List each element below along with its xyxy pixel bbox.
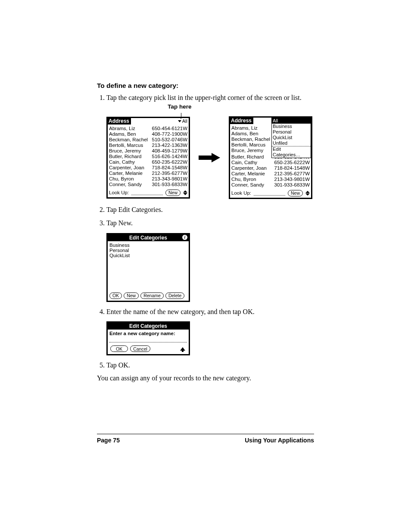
address-list-lower: Butler, Richard516-626-1424W Cain, Cathy… — [230, 153, 311, 189]
new-button[interactable]: New — [165, 190, 181, 196]
chevron-down-icon — [178, 120, 181, 122]
list-item[interactable]: Cain, Cathy650-235-6222W — [109, 159, 187, 165]
steps-list-cont: Tap Edit Categories. Tap New. — [97, 205, 314, 228]
category-name-input[interactable] — [109, 337, 187, 342]
address-list: Abrams, Liz Adams, Ben Beckman, Rachel B… — [230, 124, 274, 154]
new-category-dialog: Edit Categories Enter a new category nam… — [106, 321, 190, 355]
picklist-label: All — [182, 118, 187, 124]
list-item[interactable]: Abrams, Liz650-454-6121W — [109, 126, 187, 131]
list-item[interactable]: Carter, Melanie212-395-6277W — [231, 171, 310, 177]
dropdown-item[interactable]: QuickList — [272, 135, 311, 140]
list-item[interactable]: Chu, Byron213-343-9801W — [109, 176, 187, 182]
list-item[interactable]: Carpenter, Joan718-824-1548W — [109, 165, 187, 171]
list-item[interactable]: Bruce, Jeremy408-459-1279W — [109, 148, 187, 154]
dropdown-item[interactable]: Unfiled — [272, 140, 311, 146]
list-item[interactable]: Carter, Melanie212-395-6277W — [109, 171, 187, 176]
step-4: Enter the name of the new category, and … — [106, 307, 314, 317]
scroll-arrows[interactable] — [305, 191, 310, 196]
rename-button[interactable]: Rename — [140, 292, 164, 299]
shift-indicator-icon — [180, 347, 185, 351]
figure-address-screens: Tap here Address All Abrams, Liz650-454-… — [106, 116, 314, 199]
scroll-up-icon — [183, 190, 187, 193]
prompt-label: Enter a new category name: — [108, 330, 189, 337]
dropdown-item[interactable]: Business — [272, 124, 311, 129]
ok-button[interactable]: OK — [109, 292, 122, 299]
steps-list: Tap the category pick list in the upper-… — [97, 93, 314, 103]
ok-button[interactable]: OK — [110, 345, 128, 352]
category-list: Business Personal QuickList — [108, 241, 189, 291]
edit-categories-dialog: Edit Categories i Business Personal Quic… — [106, 233, 190, 302]
scroll-down-icon — [183, 193, 187, 195]
step-5: Tap OK. — [106, 361, 314, 370]
list-item[interactable]: Conner, Sandy301-933-6833W — [231, 182, 310, 188]
step-1: Tap the category pick list in the upper-… — [106, 93, 314, 103]
dialog-title: Edit Categories — [108, 323, 189, 330]
dropdown-item[interactable]: Personal — [272, 129, 311, 135]
lookup-input[interactable] — [254, 191, 285, 196]
list-item[interactable]: Carpenter, Joan718-824-1548W — [231, 165, 310, 171]
arrow-right-icon — [199, 153, 220, 162]
address-list: Abrams, Liz650-454-6121W Adams, Ben408-7… — [108, 125, 189, 188]
address-screen-right: Address All Business Personal QuickList … — [229, 116, 312, 199]
page-number: Page 75 — [97, 437, 120, 444]
section-title: Using Your Applications — [245, 437, 314, 444]
list-item[interactable]: Adams, Ben408-772-1900W — [109, 131, 187, 137]
scroll-arrows[interactable] — [183, 190, 187, 195]
tap-here-pointer — [181, 113, 181, 117]
cancel-button[interactable]: Cancel — [130, 345, 150, 352]
step-2: Tap Edit Categories. — [106, 205, 314, 215]
closing-text: You can assign any of your records to th… — [97, 374, 314, 382]
list-item[interactable]: Chu, Byron213-343-9801W — [231, 177, 310, 182]
dropdown-item[interactable]: All — [272, 118, 311, 124]
list-item[interactable]: QuickList — [109, 253, 187, 258]
lookup-input[interactable] — [131, 190, 163, 195]
dialog-title: Edit Categories i — [108, 234, 189, 241]
list-item[interactable]: Cain, Cathy650-235-6222W — [231, 160, 310, 165]
list-item[interactable]: Abrams, Liz — [231, 125, 272, 131]
list-item[interactable]: Business — [109, 243, 187, 248]
lookup-label: Look Up: — [231, 190, 251, 196]
list-item[interactable]: Beckman, Rachel510-532-0746W — [109, 137, 187, 143]
lookup-label: Look Up: — [109, 190, 129, 196]
delete-button[interactable]: Delete — [165, 292, 184, 299]
list-item[interactable]: Bertolli, Marcus213-422-1363W — [109, 143, 187, 148]
scroll-down-icon — [305, 193, 310, 196]
new-button[interactable]: New — [124, 292, 139, 299]
svg-marker-0 — [199, 153, 220, 162]
list-item[interactable]: Butler, Richard516-626-1424W — [109, 154, 187, 159]
list-item[interactable]: Conner, Sandy301-933-6833W — [109, 182, 187, 187]
app-title: Address — [230, 118, 253, 124]
list-item[interactable]: Personal — [109, 248, 187, 253]
address-screen-left: Address All Abrams, Liz650-454-6121W Ada… — [106, 117, 190, 199]
dropdown-item-edit-categories[interactable]: Edit Categories… — [272, 146, 311, 158]
steps-list-cont2: Enter the name of the new category, and … — [97, 307, 314, 317]
tap-here-label: Tap here — [162, 103, 197, 110]
category-picklist[interactable]: All — [178, 118, 189, 124]
step-3: Tap New. — [106, 218, 314, 228]
list-item[interactable]: Bruce, Jeremy — [231, 148, 272, 153]
list-item[interactable]: Bertolli, Marcus — [231, 142, 272, 148]
list-item[interactable]: Beckman, Rachel — [231, 137, 272, 142]
scroll-up-icon — [305, 191, 310, 193]
app-title: Address — [108, 118, 131, 124]
list-item[interactable]: Adams, Ben — [231, 131, 272, 137]
section-heading: To define a new category: — [97, 82, 314, 90]
steps-list-cont3: Tap OK. — [97, 361, 314, 370]
new-button[interactable]: New — [288, 190, 303, 196]
category-dropdown[interactable]: All Business Personal QuickList Unfiled … — [271, 118, 311, 158]
info-icon[interactable]: i — [182, 235, 187, 240]
page-footer: Page 75 Using Your Applications — [97, 434, 314, 444]
